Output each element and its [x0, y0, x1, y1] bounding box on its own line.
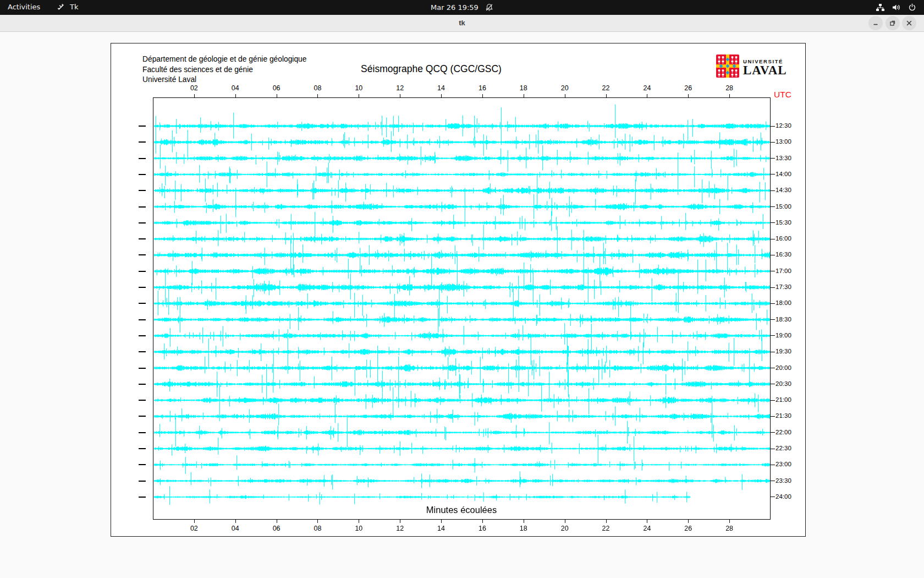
gnome-top-bar: Activities Tk Mar 26 19:59	[0, 0, 924, 15]
minimize-button[interactable]	[868, 16, 883, 30]
time-label: 20:00	[776, 364, 791, 371]
x-axis-tick-bottom	[359, 520, 359, 523]
window-title: tk	[0, 19, 924, 27]
x-axis-tick-top	[565, 94, 565, 97]
row-start-tick	[139, 254, 146, 255]
time-tick	[771, 481, 775, 481]
time-label: 19:30	[776, 348, 791, 355]
time-label: 22:30	[776, 445, 791, 451]
x-axis-tick-label-bottom: 24	[643, 525, 651, 532]
row-start-tick	[139, 287, 146, 288]
x-axis-tick-bottom	[277, 520, 277, 523]
row-start-tick	[139, 238, 146, 239]
x-axis-tick-label-top: 26	[684, 84, 692, 92]
time-tick	[771, 352, 775, 352]
network-icon	[876, 3, 885, 12]
row-start-tick	[139, 400, 146, 401]
system-status-area[interactable]	[876, 0, 916, 15]
x-axis-tick-label-top: 22	[602, 84, 610, 92]
time-tick	[771, 255, 775, 255]
tk-app-icon	[57, 3, 65, 11]
time-tick	[771, 287, 775, 288]
x-axis-tick-label-bottom: 16	[479, 525, 486, 532]
x-axis-tick-label-top: 28	[725, 84, 733, 92]
x-axis-tick-label-top: 04	[232, 84, 239, 92]
row-start-tick	[139, 351, 146, 352]
row-start-tick	[139, 222, 146, 223]
x-axis-tick-top	[482, 94, 483, 97]
time-tick	[771, 303, 775, 304]
x-axis-tick-bottom	[688, 520, 689, 523]
x-axis-tick-label-bottom: 06	[273, 525, 280, 532]
x-axis-tick-bottom	[194, 520, 195, 523]
time-label: 23:00	[776, 461, 791, 467]
time-tick	[771, 222, 775, 223]
time-tick	[771, 335, 775, 336]
time-tick	[771, 432, 775, 433]
time-label: 21:00	[776, 396, 791, 403]
time-tick	[771, 416, 775, 417]
row-start-tick	[139, 174, 146, 175]
time-tick	[771, 271, 775, 271]
row-start-tick	[139, 141, 146, 143]
time-tick	[771, 174, 775, 175]
x-axis-tick-label-bottom: 14	[437, 525, 445, 532]
time-label: 23:30	[776, 477, 791, 484]
close-button[interactable]	[902, 16, 916, 30]
x-axis-tick-label-top: 16	[479, 84, 486, 92]
row-start-tick	[139, 384, 146, 385]
window-title-bar[interactable]: tk	[0, 15, 924, 32]
time-tick	[771, 206, 775, 207]
time-label: 18:30	[776, 316, 791, 323]
maximize-button[interactable]	[886, 16, 900, 30]
row-start-tick	[139, 448, 146, 449]
row-start-tick	[139, 416, 146, 417]
x-axis-tick-top	[729, 94, 730, 97]
x-axis-tick-top	[688, 94, 689, 97]
x-axis-tick-top	[235, 94, 236, 97]
x-axis-tick-label-bottom: 02	[190, 525, 198, 532]
focused-app-label: Tk	[70, 3, 78, 11]
seismograph-canvas: Département de géologie et de génie géol…	[111, 43, 806, 537]
x-axis-tick-top	[400, 94, 400, 97]
laval-wordmark-large: LAVAL	[743, 64, 787, 76]
time-label: 17:30	[776, 283, 791, 290]
x-axis-tick-label-bottom: 12	[396, 525, 404, 532]
row-start-tick	[139, 271, 146, 272]
x-axis-tick-label-top: 20	[561, 84, 569, 92]
x-axis-tick-bottom	[441, 520, 442, 523]
clock-menu[interactable]: Mar 26 19:59	[431, 0, 493, 15]
row-start-tick	[139, 335, 146, 336]
row-start-tick	[139, 126, 146, 127]
activities-button[interactable]: Activities	[8, 3, 40, 11]
time-tick	[771, 368, 775, 368]
row-start-tick	[139, 206, 146, 208]
x-axis-tick-bottom	[647, 520, 647, 523]
time-label: 15:30	[776, 219, 791, 226]
time-label: 17:00	[776, 268, 791, 274]
laval-shield-icon	[716, 54, 739, 80]
institution-line-1: Département de géologie et de génie géol…	[142, 54, 306, 65]
institution-line-3: Université Laval	[142, 75, 306, 85]
x-axis-tick-bottom	[606, 520, 607, 523]
x-axis-tick-top	[441, 94, 442, 97]
x-axis-tick-label-bottom: 28	[725, 525, 733, 532]
row-start-tick	[139, 319, 146, 320]
x-axis-tick-label-top: 06	[273, 84, 280, 92]
focused-app-menu[interactable]: Tk	[57, 3, 78, 11]
x-axis-tick-top	[194, 94, 195, 97]
row-start-tick	[139, 464, 146, 465]
laval-logo: UNIVERSITÉ LAVAL	[716, 54, 787, 80]
time-label: 13:00	[776, 138, 791, 145]
row-start-tick	[139, 303, 146, 304]
volume-icon	[892, 3, 901, 12]
x-axis-tick-bottom	[524, 520, 524, 523]
x-axis-tick-label-bottom: 18	[520, 525, 527, 532]
time-label: 15:00	[776, 203, 791, 210]
time-label: 22:00	[776, 429, 791, 435]
row-start-tick	[139, 432, 146, 433]
x-axis-tick-label-bottom: 22	[602, 525, 610, 532]
time-tick	[771, 497, 775, 497]
x-axis-tick-label-top: 08	[314, 84, 322, 92]
row-start-tick	[139, 158, 146, 159]
